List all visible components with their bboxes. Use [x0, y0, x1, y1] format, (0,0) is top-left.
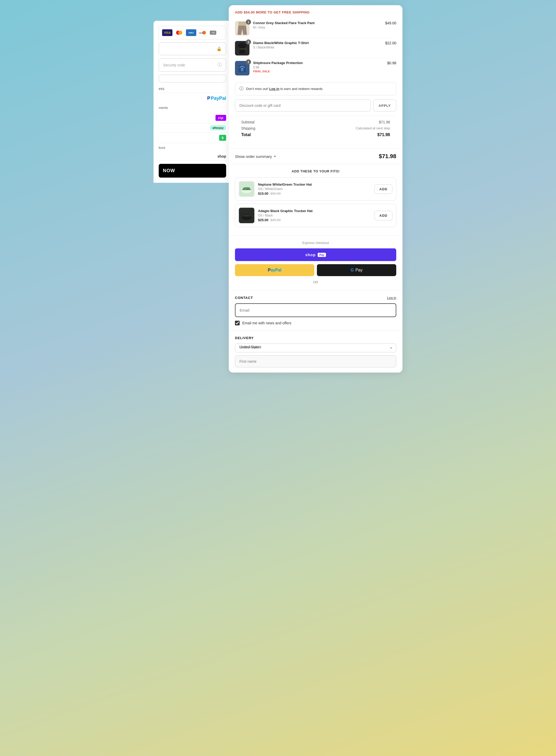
email-input[interactable]	[235, 303, 396, 317]
svg-point-10	[242, 68, 243, 69]
order-total-display: $71.98	[379, 153, 396, 160]
zip-section: zip	[159, 113, 226, 123]
or-divider: OR	[235, 280, 396, 284]
express-checkout-section: Express checkout shop Pay PayPal G Pay	[229, 236, 403, 291]
recommendation-item: NEPTUNE Neptune White/Green Trucker Hat …	[235, 177, 396, 201]
zip-badge: zip	[215, 115, 226, 121]
delivery-title: DELIVERY	[235, 336, 254, 340]
total-value: $71.98	[377, 133, 390, 137]
left-panel: VISA AMEX DISC +4 🔒	[153, 21, 231, 183]
order-item: 1 Connor Grey Stacked Flare Track Pant M…	[235, 19, 396, 38]
item-variant-3: 0.98	[253, 66, 384, 69]
installments-label: ments	[159, 106, 226, 110]
contact-section: CONTACT Log in Email me with news and of…	[229, 291, 403, 331]
svg-rect-5	[238, 22, 246, 26]
item-details-2: Diamo Black/White Graphic T-Shirt S / Bl…	[253, 41, 381, 50]
card-number-field[interactable]: 🔒	[159, 42, 226, 55]
order-item: 1 ShipInsure Package Protection 0.98 FIN…	[235, 58, 396, 78]
item-name-3: ShipInsure Package Protection	[253, 61, 384, 65]
order-summary-bar[interactable]: Show order summary ▾ $71.98	[229, 149, 403, 164]
rec-details-2: Adagio Black Graphic Trucker Hat OS / Bl…	[258, 209, 371, 222]
order-summary-toggle-label: Show order summary	[235, 154, 272, 159]
discover-icon: DISC	[198, 29, 208, 36]
shop-label: shop	[217, 154, 226, 158]
visa-icon: VISA	[162, 29, 172, 36]
shop-pay-section: shop	[159, 152, 226, 161]
country-select-box[interactable]: Country/Region United States ▾	[235, 344, 396, 352]
express-checkout-label: Express checkout	[235, 241, 396, 245]
newsletter-checkbox[interactable]	[235, 321, 240, 325]
rec-variant-2: OS / Black	[258, 214, 371, 217]
item-image-container-2: GRAPHIC 1	[235, 41, 249, 56]
item-quantity-badge-1: 1	[246, 20, 251, 25]
paypal-button[interactable]: PayPal	[235, 264, 314, 276]
rec-variant-1: OS / White/Green	[258, 187, 371, 191]
order-item: GRAPHIC 1 Diamo Black/White Graphic T-Sh…	[235, 38, 396, 58]
security-code-label: Security code	[163, 63, 185, 67]
newsletter-label: Email me with news and offers	[242, 321, 291, 325]
pay-now-button[interactable]: NOW	[159, 164, 226, 178]
subtotal-row: Subtotal $71.98	[241, 120, 390, 124]
rewards-text: Don't miss out! Log in to earn and redee…	[246, 87, 323, 91]
chevron-down-icon: ▾	[390, 346, 392, 350]
cash-section: $	[159, 133, 226, 143]
checkout-label: kout	[159, 143, 226, 152]
order-summary-toggle[interactable]: Show order summary ▾	[235, 154, 276, 159]
item-image-container-1: 1	[235, 21, 249, 36]
shipping-row: Shipping Calculated at next step	[241, 126, 390, 131]
item-variant-1: M / Grey	[253, 26, 381, 29]
gpay-button[interactable]: G Pay	[317, 264, 396, 276]
total-label: Total	[241, 133, 251, 137]
item-price-2: $22.00	[385, 41, 396, 45]
svg-text:ADAGIO: ADAGIO	[244, 215, 250, 216]
pay-now-label: NOW	[163, 168, 175, 173]
shop-pay-button[interactable]: shop Pay	[235, 248, 396, 261]
item-variant-2: S / Black/White	[253, 46, 381, 49]
delivery-header: DELIVERY	[235, 336, 396, 340]
discount-row: APPLY	[235, 100, 396, 111]
cash-badge: $	[219, 135, 226, 141]
item-details-3: ShipInsure Package Protection 0.98 FINAL…	[253, 61, 384, 73]
subtotal-label: Subtotal	[241, 120, 254, 124]
svg-text:DISC: DISC	[199, 32, 204, 34]
security-code-field[interactable]: Security code ⓘ	[159, 58, 226, 72]
first-name-input[interactable]	[235, 355, 396, 367]
item-price-3: $0.98	[387, 61, 396, 65]
add-item-button-1[interactable]: ADD	[375, 184, 392, 194]
billing-address-label: ess	[159, 86, 226, 91]
contact-title: CONTACT	[235, 296, 253, 300]
shop-pay-badge: Pay	[318, 253, 326, 257]
add-item-button-2[interactable]: ADD	[375, 211, 392, 220]
item-quantity-badge-3: 1	[246, 59, 251, 65]
contact-header: CONTACT Log in	[235, 296, 396, 300]
recommendation-item: ADAGIO Adagio Black Graphic Trucker Hat …	[235, 204, 396, 227]
chevron-down-icon: ▾	[274, 154, 276, 158]
payment-icons-row: VISA AMEX DISC +4	[159, 26, 226, 39]
subtotal-value: $71.98	[379, 120, 390, 124]
login-link[interactable]: Log in	[387, 296, 396, 300]
rewards-notice: ⓘ Don't miss out! Log in to earn and red…	[235, 82, 396, 96]
rec-image-1: NEPTUNE	[239, 181, 254, 197]
login-link-rewards[interactable]: Log in	[269, 87, 279, 91]
item-price-1: $49.00	[385, 21, 396, 25]
cardholder-name-field[interactable]	[159, 75, 226, 82]
item-details-1: Connor Grey Stacked Flare Track Pant M /…	[253, 21, 381, 30]
afterpay-badge: afterpay	[210, 125, 226, 131]
paypal-section: P PayPal	[159, 93, 226, 104]
gpay-label: Pay	[355, 268, 362, 273]
newsletter-row: Email me with news and offers	[235, 321, 396, 325]
lock-icon: 🔒	[216, 46, 222, 51]
free-shipping-banner: ADD $54.00 MORE TO GET FREE SHIPPING	[235, 10, 396, 14]
totals-section: Subtotal $71.98 Shipping Calculated at n…	[235, 116, 396, 143]
rec-name-2: Adagio Black Graphic Trucker Hat	[258, 209, 371, 213]
apply-button[interactable]: APPLY	[373, 100, 396, 111]
recommendations-title: ADD THESE TO YOUR FITS!	[235, 169, 396, 173]
shop-pay-logo: shop	[305, 253, 316, 257]
afterpay-section: afterpay	[159, 123, 226, 133]
rec-image-2: ADAGIO	[239, 208, 254, 223]
item-quantity-badge-2: 1	[246, 39, 251, 45]
shipping-value: Calculated at next step	[356, 126, 390, 131]
page-container: VISA AMEX DISC +4 🔒	[153, 5, 403, 372]
order-summary-section: ADD $54.00 MORE TO GET FREE SHIPPING 1	[229, 5, 403, 149]
discount-input[interactable]	[235, 100, 371, 111]
